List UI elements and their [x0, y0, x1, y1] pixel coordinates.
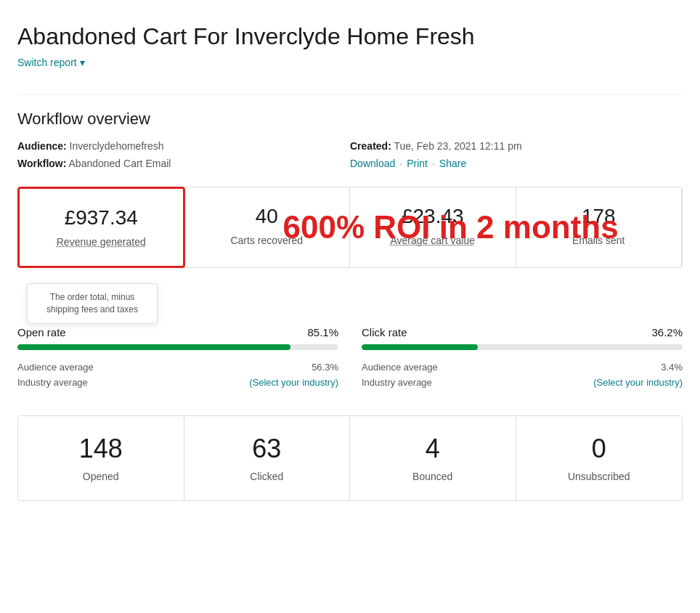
open-rate-audience-avg: Audience average 56.3%: [17, 362, 338, 373]
meta-links: Download · Print · Share: [350, 158, 683, 169]
tooltip-revenue: The order total, minus shipping fees and…: [27, 283, 158, 324]
created-value: Tue, Feb 23, 2021 12:11 pm: [394, 140, 521, 152]
open-rate-industry-avg-label: Industry average: [17, 377, 88, 388]
stat-card-emails: 178 Emails sent: [516, 187, 683, 267]
stat-label-revenue[interactable]: Revenue generated: [57, 236, 146, 248]
stat-label-carts: Carts recovered: [230, 235, 303, 246]
bottom-stats-grid: 148 Opened 63 Clicked 4 Bounced 0 Unsubs…: [17, 415, 683, 501]
print-link[interactable]: Print: [407, 158, 428, 169]
audience-value: Inverclydehomefresh: [70, 140, 164, 152]
section-title: Workflow overview: [17, 110, 683, 129]
bottom-stat-label-bounced: Bounced: [412, 471, 452, 482]
bottom-stat-value-clicked: 63: [196, 434, 338, 464]
stat-card-carts: 40 Carts recovered: [184, 187, 351, 267]
stat-card-revenue: £937.34 Revenue generated The order tota…: [17, 187, 185, 268]
click-rate-audience-avg-value: 3.4%: [661, 362, 683, 373]
bottom-stat-unsubscribed: 0 Unsubscribed: [516, 416, 683, 500]
open-rate-header: Open rate 85.1%: [17, 326, 338, 338]
workflow-label: Workflow:: [17, 158, 66, 169]
workflow-value: Abandoned Cart Email: [69, 158, 171, 169]
bottom-stat-value-opened: 148: [30, 434, 172, 464]
open-rate-select-industry-link[interactable]: (Select your industry): [249, 377, 338, 388]
workflow-row: Workflow: Abandoned Cart Email: [17, 158, 350, 169]
stat-label-emails: Emails sent: [572, 235, 624, 246]
click-rate-industry-avg-label: Industry average: [362, 377, 432, 388]
stat-value-carts: 40: [196, 205, 338, 228]
divider: [17, 94, 683, 95]
click-rate-bar-bg: [362, 344, 683, 350]
download-link[interactable]: Download: [350, 158, 395, 169]
click-rate-label: Click rate: [362, 326, 407, 338]
click-rate-block: Click rate 36.2% Audience average 3.4% I…: [362, 326, 683, 392]
click-rate-audience-avg: Audience average 3.4%: [362, 362, 683, 373]
open-rate-audience-avg-label: Audience average: [17, 362, 94, 373]
created-label: Created:: [350, 140, 391, 152]
bottom-stat-value-bounced: 4: [362, 434, 504, 464]
rates-section: Open rate 85.1% Audience average 56.3% I…: [17, 326, 683, 392]
click-rate-bar-fill: [362, 344, 478, 350]
open-rate-bar-fill: [17, 344, 290, 350]
switch-report-label: Switch report: [17, 57, 77, 68]
stat-value-avg-cart: £23.43: [362, 205, 504, 228]
dot-separator: ·: [399, 158, 402, 169]
click-rate-select-industry-link[interactable]: (Select your industry): [593, 377, 683, 388]
stat-value-revenue: £937.34: [31, 206, 171, 230]
stat-card-avg-cart: £23.43 Average cart value: [350, 187, 516, 267]
share-link[interactable]: Share: [439, 158, 466, 169]
open-rate-block: Open rate 85.1% Audience average 56.3% I…: [17, 326, 338, 392]
switch-report-link[interactable]: Switch report ▾: [17, 57, 85, 68]
click-rate-audience-avg-label: Audience average: [362, 362, 438, 373]
open-rate-audience-avg-value: 56.3%: [312, 362, 338, 373]
open-rate-label: Open rate: [17, 326, 66, 338]
bottom-stat-bounced: 4 Bounced: [350, 416, 516, 500]
click-rate-value: 36.2%: [651, 326, 683, 338]
stats-grid: £937.34 Revenue generated The order tota…: [17, 187, 683, 268]
bottom-stat-value-unsubscribed: 0: [528, 434, 671, 464]
open-rate-bar-bg: [17, 344, 338, 350]
overview-meta: Audience: Inverclydehomefresh Created: T…: [17, 140, 683, 169]
audience-label: Audience:: [17, 140, 67, 152]
stat-value-emails: 178: [528, 205, 670, 228]
click-rate-header: Click rate 36.2%: [362, 326, 683, 338]
page-title: Abandoned Cart For Inverclyde Home Fresh: [17, 23, 683, 50]
stat-label-avg-cart[interactable]: Average cart value: [391, 235, 475, 246]
dot-separator-2: ·: [432, 158, 435, 169]
bottom-stat-label-clicked: Clicked: [250, 471, 283, 482]
created-row: Created: Tue, Feb 23, 2021 12:11 pm: [350, 140, 683, 152]
bottom-stat-opened: 148 Opened: [18, 416, 184, 500]
chevron-down-icon: ▾: [80, 57, 85, 68]
bottom-stat-clicked: 63 Clicked: [184, 416, 351, 500]
audience-row: Audience: Inverclydehomefresh: [17, 140, 350, 152]
bottom-stat-label-unsubscribed: Unsubscribed: [568, 471, 630, 482]
open-rate-value: 85.1%: [307, 326, 338, 338]
click-rate-industry-avg: Industry average (Select your industry): [362, 377, 683, 388]
open-rate-industry-avg: Industry average (Select your industry): [17, 377, 338, 388]
bottom-stat-label-opened: Opened: [83, 471, 119, 482]
